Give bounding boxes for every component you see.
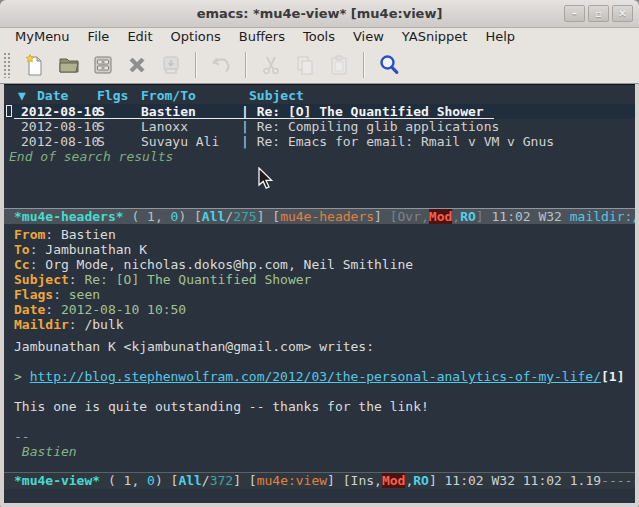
bracket: ] [233,473,249,488]
message-headers: From: Bastien To: Jambunathan K Cc: Org … [14,227,413,332]
bracket: ] [327,473,343,488]
slash: / [225,209,233,224]
menu-buffers[interactable]: Buffers [230,28,294,46]
row-date: 2012-08-10 [21,104,99,119]
to-label: To [14,242,30,257]
buffer-name: *mu4e-view* [14,473,100,488]
row-from: Lanoxx [141,119,188,134]
modified-flag: Mod [429,209,452,224]
buffer-flags: [Ins, [343,473,382,488]
row-flags: S [97,119,105,134]
tool-bar [0,46,639,84]
body-comment: This one is quite outstanding -- thanks … [14,399,429,414]
save-as-icon[interactable] [158,52,184,78]
row-from: Bastien [141,104,196,119]
buffer-name: *mu4e-headers* [14,209,124,224]
major-mode: mu4e-headers [280,209,374,224]
mu4e-headers-modeline: *mu4e-headers* ( 1, 0) [All/275] [mu4e-h… [4,208,635,224]
date-value: 2012-08-10 10:50 [61,302,186,317]
mu4e-view-window: From: Bastien To: Jambunathan K Cc: Org … [4,224,635,472]
paste-icon[interactable] [326,52,352,78]
filter-all: All [178,473,201,488]
modeline-position-zero: 0 [163,209,179,224]
new-file-icon[interactable] [22,52,48,78]
menu-view[interactable]: View [344,28,393,46]
column-from[interactable]: From/To [141,88,196,103]
modeline-dashes: -------------- [601,473,635,488]
menu-options[interactable]: Options [162,28,230,46]
bracket: ] [476,209,492,224]
message-body: Jambunathan K <kjambunathan@gmail.com> w… [14,339,625,459]
menu-tools[interactable]: Tools [294,28,344,46]
maildir-indicator: maildir:/bulk [570,209,635,224]
bracket: [ [249,473,257,488]
colon: : [69,317,85,332]
row-date: 2012-08-10 [21,134,99,149]
table-row[interactable]: 2012-08-10 S Suvayu Ali | Re: Emacs for … [4,134,635,149]
menu-file[interactable]: File [79,28,119,46]
row-subject: | Re: [O] The Quantified Shower [241,104,484,119]
search-icon[interactable] [376,52,402,78]
echo-area[interactable] [4,489,635,503]
modeline-position: ( 1, [100,473,139,488]
modeline-position-zero: 0 [139,473,155,488]
title-bar[interactable]: emacs: *mu4e-view* [mu4e:view] – ▫ ✕ [0,0,639,28]
readonly-flag: RO [413,473,429,488]
buffer-flags: [Ovr, [390,209,429,224]
subject-value: Re: [O] The Quantified Shower [84,272,311,287]
close-buffer-icon[interactable] [124,52,150,78]
row-subject: | Re: Compiling glib applications [241,119,499,134]
menu-yasnippet[interactable]: YASnippet [393,28,477,46]
copy-icon[interactable] [292,52,318,78]
modeline-position-close: ) [178,209,194,224]
save-icon[interactable] [90,52,116,78]
headers-column-row: ▼ Date Flgs From/To Subject [4,88,635,103]
modeline-time: 11:02 W32 [491,209,569,224]
undo-icon[interactable] [208,52,234,78]
mouse-cursor-icon [257,167,275,191]
toolbar-separator [363,52,365,78]
readonly-flag: RO [460,209,476,224]
cc-value: Org Mode, nicholas.dokos@hp.com, Neil Sm… [45,257,413,272]
cut-icon[interactable] [258,52,284,78]
cc-label: Cc [14,257,30,272]
table-row-selected[interactable]: 2012-08-10 S Bastien | Re: [O] The Quant… [4,104,635,119]
column-subject[interactable]: Subject [249,88,304,103]
comma: , [452,209,460,224]
menu-help[interactable]: Help [476,28,524,46]
bracket: ] [257,209,273,224]
to-value: Jambunathan K [45,242,147,257]
open-folder-icon[interactable] [56,52,82,78]
bracket: ] [374,209,390,224]
menu-edit[interactable]: Edit [118,28,161,46]
row-from: Suvayu Ali [141,134,219,149]
menu-mymenu[interactable]: MyMenu [6,28,79,46]
sort-arrow-icon[interactable]: ▼ [18,88,26,103]
row-flags: S [97,134,105,149]
toolbar-drag-handle[interactable] [3,52,10,78]
minimize-icon[interactable]: – [564,5,585,22]
major-mode: mu4e:view [257,473,327,488]
toolbar-separator [195,52,197,78]
modified-flag: Mod [382,473,405,488]
window-controls: – ▫ ✕ [564,5,633,22]
footnote-ref[interactable]: [1] [601,369,624,384]
column-date[interactable]: Date [37,88,68,103]
window-title: emacs: *mu4e-view* [mu4e:view] [0,6,639,21]
row-flags: S [97,104,105,119]
colon: : [69,272,85,287]
bracket: [ [272,209,280,224]
column-flags[interactable]: Flgs [97,88,128,103]
colon: : [45,227,61,242]
modeline-position-close: ) [155,473,171,488]
flags-label: Flags [14,287,53,302]
slash: / [202,473,210,488]
close-icon[interactable]: ✕ [612,5,633,22]
message-count: 275 [233,209,256,224]
menu-bar: MyMenu File Edit Options Buffers Tools V… [0,28,639,46]
maximize-icon[interactable]: ▫ [588,5,609,22]
emacs-window: emacs: *mu4e-view* [mu4e:view] – ▫ ✕ MyM… [0,0,639,507]
date-label: Date [14,302,45,317]
body-link[interactable]: http://blog.stephenwolfram.com/2012/03/t… [30,369,601,384]
table-row[interactable]: 2012-08-10 S Lanoxx | Re: Compiling glib… [4,119,635,134]
